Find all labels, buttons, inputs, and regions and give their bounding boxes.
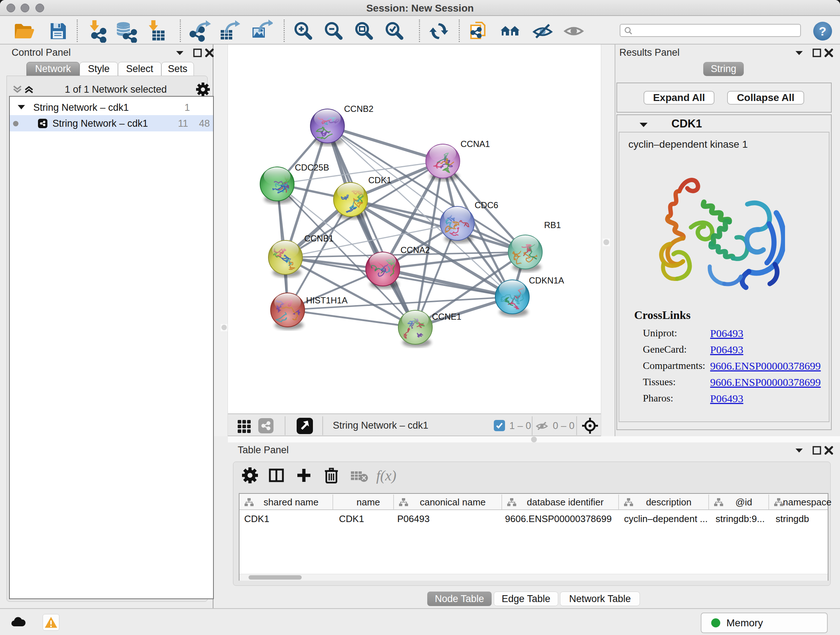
svg-text:CCNA2: CCNA2 xyxy=(401,245,430,255)
svg-text:CDK1: CDK1 xyxy=(368,175,392,185)
svg-text:CDC6: CDC6 xyxy=(475,200,498,210)
svg-text:CCNB2: CCNB2 xyxy=(344,104,373,114)
svg-text:CCNE1: CCNE1 xyxy=(432,312,461,321)
svg-text:HIST1H1A: HIST1H1A xyxy=(306,295,347,305)
svg-text:CCNB1: CCNB1 xyxy=(304,233,333,243)
svg-text:CDC25B: CDC25B xyxy=(295,163,329,172)
svg-text:CDKN1A: CDKN1A xyxy=(529,276,564,285)
svg-text:CCNA1: CCNA1 xyxy=(461,139,490,149)
svg-text:RB1: RB1 xyxy=(544,220,561,230)
